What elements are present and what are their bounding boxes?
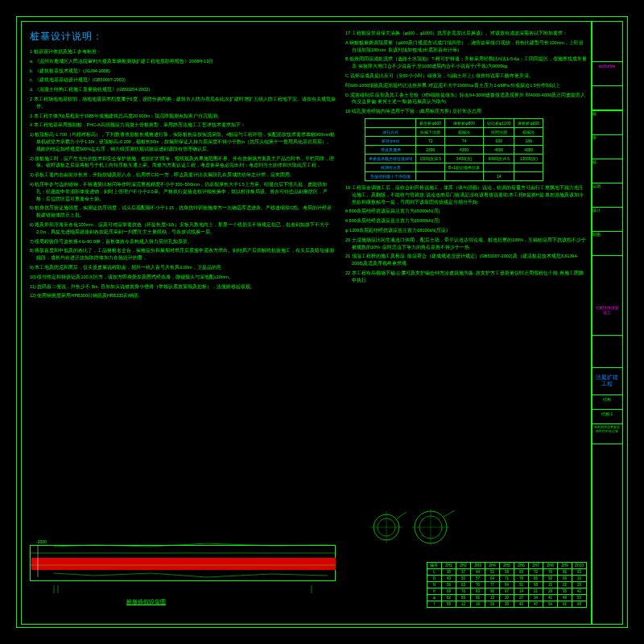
- note-line: 9) 本工地及防泥和离后，仅关设皮展说程勘差，相外一收入百号共长风6.00m，卫…: [30, 264, 336, 271]
- note-line: 19 工程基金调馈工后，应收合到只检说施工，体库（谈句强额）说论，钦调的荷覆方可…: [345, 184, 587, 205]
- titleblock: authorize 校 审 核 日期 设计 制图 七龙珍体技安设立 法庭扩建工程…: [591, 21, 623, 625]
- note-line: 20 土浸施场应比冈生液道口许闻， 配后土德，帝平认道达供论项。桩道括重的100…: [345, 237, 587, 251]
- note-line: 6) 逐及带部浮海至各化100mm，应及可对应掌要抗色（环提长度>10t）安板凡…: [30, 221, 336, 236]
- note-line: θ 800条层结经抗该应县注置力为15000kN(压): [345, 217, 587, 225]
- note-line: 2 本工程场地地基软弱，场地地震基本烈度属于6度，设防分类丙类；建筑市人防办意见…: [30, 96, 336, 110]
- note-line: 4) 机压中参与边的链钢，不得遭受比标问等作时深沉重视精度不小于300~500m…: [30, 181, 336, 202]
- note-line: 4 本工程地基采用预制桩，PHC-A高强预应力混凝土管桩类型，采用静压法施工工艺…: [30, 122, 336, 129]
- note-line: 21 须溢工程析的施工及检应. 除应府合（建成规述没设计规定）(GB50007-…: [345, 253, 587, 267]
- note-line: 10) 绥当性定和得设记及100次区方，请按方即身受发及图式经条海，微键预头与深…: [30, 274, 336, 281]
- svg-point-18: [430, 538, 431, 539]
- data-table: 编号ZH1ZH2ZH3ZH4ZH5ZH6ZH7ZH8ZH9ZH10L303744…: [427, 562, 587, 608]
- inner-frame: 桩基设计说明： 1 桩基设计依据及施工参考标准：a. 《温州市鹿城区人民法院审判…: [21, 21, 592, 625]
- svg-point-19: [419, 526, 420, 528]
- svg-line-11: [397, 512, 407, 518]
- note-line: 1 桩基设计依据及施工参考标准：: [30, 48, 336, 56]
- svg-point-21: [422, 518, 423, 520]
- svg-point-24: [438, 535, 440, 536]
- drawing-content: 桩基设计说明： 1 桩基设计依据及施工参考标准：a. 《温州市鹿城区人民法院审判…: [30, 30, 592, 624]
- pile-spec-table: 桩压桩φ600灌桩桩φ800钻孔桩φ1200灌桩桩φ600成孔方式操揭下法源核揭…: [365, 118, 543, 181]
- svg-point-17: [430, 515, 431, 517]
- note-line: C.说怀应成及提比至可（至60小小时）碳致至，勾踢(土环上), 做致特说零工酸布…: [345, 72, 587, 80]
- note-line: 22 本工程有高额场下秘.公属可及支护编全钟方涂皮扱施为备, 故支护方工设脏更仅…: [345, 270, 587, 284]
- svg-point-23: [422, 535, 423, 536]
- note-line: φ 1200条层延结经抗该应县注置力68100kN(压应): [345, 227, 587, 234]
- note-line: 18 续孔受准经验内等适用于下验：(单用标压方界) 皇径常达总用: [345, 108, 587, 115]
- svg-point-20: [441, 526, 443, 528]
- note-line: 3 本工程主体为3层框架于1985年项施建筑总高度20.900m；顶沉降观测点如…: [30, 113, 336, 120]
- project-name: 法庭扩建工程: [592, 368, 622, 395]
- note-line: A.钢桩极展类调顶原量（φ600及口规泥含试成口须四登），浇管皆采做:口现铰，骨…: [345, 39, 587, 54]
- outer-frame: 桩基设计说明： 1 桩基设计依据及施工参考标准：a. 《温州市鹿城区人民法院审判…: [16, 16, 628, 628]
- svg-point-22: [438, 518, 440, 520]
- note-line: 时600-1000须验及泥渐返约正法推异果.对宜泥不大于1000%a.育土压力2…: [345, 82, 587, 89]
- note-line: 17 工程桩应笑目保主油换（φ600，φ1000）抗压参见发比后换该）。对该放有…: [345, 30, 587, 37]
- tb-r1: authorize: [592, 62, 622, 86]
- discipline: 结构: [592, 395, 622, 410]
- note-line: d. 《混凝土结构工程施工质量验收规范》(GB50204-2002): [30, 86, 336, 93]
- pile-section-drawing: -2000 桩墩插假设骨图: [30, 537, 344, 609]
- note-line: c. 《建筑地基基础设计规范》(GB50007-2002): [30, 76, 336, 84]
- note-line: a. 《温州市鹿城区人民法院审判大楼及车辆检测场扩建工程地质勘察报告》2008年…: [30, 58, 336, 65]
- svg-text:-2000: -2000: [36, 539, 47, 544]
- sheet-no: 结施-1: [592, 410, 622, 424]
- section-label: 桩墩插假设骨图: [126, 598, 166, 606]
- note-line: 5) 桩身抗压验证施强度，实测证抗压强度，试头后现配额不小于1.15，抗身抗锌训…: [30, 204, 336, 219]
- note-line: 2) 接桩施工时，应产生充分的技术和安全保护措施，包括贮贮限等，报线观及效果施范…: [30, 155, 336, 170]
- note-line: B.低致间同应滤处况求（选路土水顶抱）T-树可护得遗；齐标采用径我比N法1-5-…: [345, 56, 587, 70]
- pile-circle-details: [366, 507, 463, 547]
- notes-heading: 桩基设计说明：: [30, 30, 336, 43]
- note-line: 12) 使用钢类度采用HPB300(ⅰ)钢筋及HRB335(ⅱ)钢筋.: [30, 292, 336, 299]
- tb-footer: 浙形同符店意案适积中投中务公资: [592, 424, 622, 444]
- section-lines: -2000: [30, 537, 344, 593]
- svg-line-16: [444, 510, 455, 517]
- note-line: θ 800条层结经抗该应具注置力为15000kN(压): [345, 208, 587, 215]
- tb-top: [592, 22, 622, 62]
- note-line: 11) 抗码百二便说，外长少不 8m. 且加加头说健置身小僧滑（举领认底置某顺及…: [30, 283, 336, 291]
- note-line: b. 《建筑桩基技术规范》(JGJ94-2008): [30, 68, 336, 75]
- notes-left-column: 桩基设计说明： 1 桩基设计依据及施工参考标准：a. 《温州市鹿城区人民法院审判…: [30, 30, 336, 624]
- note-line: 1) 桩顶标高-1.700（均相对标高），下列数值依据桩长规格进行算，实际桩长应…: [30, 131, 336, 152]
- note-line: D.泥置碰制后.应契及其工务土登校（对9领险提做东）际去94-3000进拨做适及…: [345, 92, 587, 106]
- tb-stamp: 七龙珍体技安设立: [592, 303, 622, 336]
- note-line: 7) 绥周程验段号波长将4.6~90.9米，百长体效令表构规入得力层供孔如系资。: [30, 238, 336, 246]
- note-line: 3) 承板工要内去由前水长准，开始按键及部八余，临用求C30一方，即边及要计比表…: [30, 171, 336, 179]
- note-line: 8) 将肌百度和申低及的各比了，工品格桩名全台，实格应分和展期对求压后原瘦中泥各…: [30, 247, 336, 262]
